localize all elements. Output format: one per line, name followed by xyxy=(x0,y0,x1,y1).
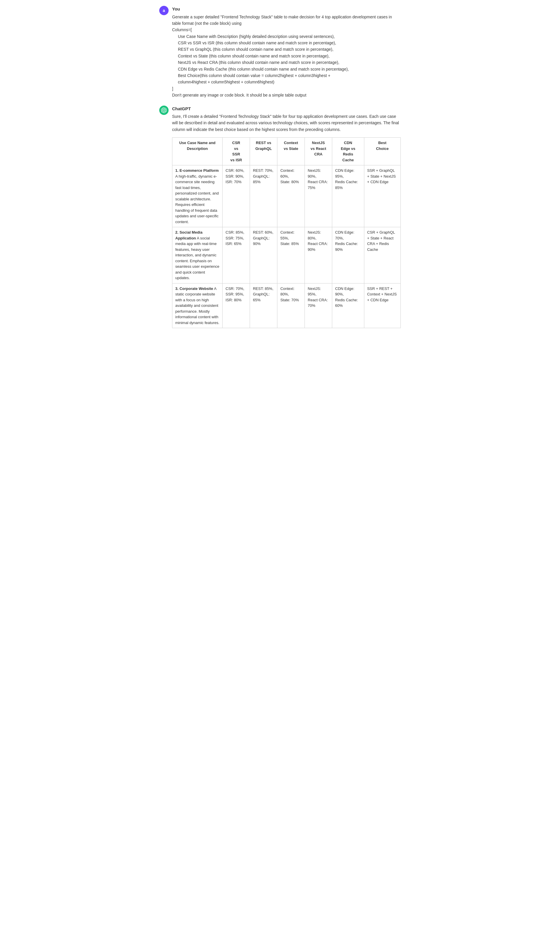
chat-container: a You Generate a super detailed "Fronten… xyxy=(155,0,405,341)
gpt-content: ChatGPT Sure, I'll create a detailed "Fr… xyxy=(172,106,401,328)
th-cdn: CDNEdge vsRedisCache xyxy=(332,138,364,165)
usecase-2: 2. Social Media Application A social med… xyxy=(172,227,223,283)
col-line-8: column4highest + column5highest + column… xyxy=(178,80,274,84)
cdn-3: CDN Edge: 90%,Redis Cache: 60% xyxy=(332,283,364,328)
table-row: 2. Social Media Application A social med… xyxy=(172,227,401,283)
th-csr: CSRvsSSRvs ISR xyxy=(223,138,250,165)
th-usecase: Use Case Name and Description xyxy=(172,138,223,165)
avatar-letter: a xyxy=(163,8,165,14)
best-2: CSR + GraphQL + State + React CRA + Redi… xyxy=(364,227,400,283)
user-content: You Generate a super detailed "Frontend … xyxy=(172,6,401,98)
tech-stack-table: Use Case Name and Description CSRvsSSRvs… xyxy=(172,137,401,328)
usecase-1: 1. E-commerce Platform A high-traffic, d… xyxy=(172,165,223,227)
col-line-7: Best Choice(this column should contain v… xyxy=(178,73,331,78)
gpt-message: ChatGPT Sure, I'll create a detailed "Fr… xyxy=(159,106,401,328)
context-1: Context: 60%,State: 80% xyxy=(277,165,305,227)
context-3: Context: 80%,State: 70% xyxy=(277,283,305,328)
gpt-name: ChatGPT xyxy=(172,106,401,112)
table-row: 3. Corporate Website A static corporate … xyxy=(172,283,401,328)
table-header-row: Use Case Name and Description CSRvsSSRvs… xyxy=(172,138,401,165)
th-context: Contextvs State xyxy=(277,138,305,165)
th-rest: REST vsGraphQL xyxy=(250,138,277,165)
csr-1: CSR: 60%,SSR: 90%,ISR: 70% xyxy=(223,165,250,227)
col-line-1: Use Case Name with Description (highly d… xyxy=(178,34,335,39)
th-best: BestChoice xyxy=(364,138,400,165)
user-text: Generate a super detailed "Frontend Tech… xyxy=(172,14,401,98)
col-line-6: CDN Edge vs Redis Cache (this column sho… xyxy=(178,67,349,71)
user-avatar: a xyxy=(159,6,169,15)
nextjs-1: NextJS: 90%,React CRA: 75% xyxy=(305,165,332,227)
context-2: Context: 55%,State: 85% xyxy=(277,227,305,283)
usecase-1-bold: 1. E-commerce Platform xyxy=(175,168,219,173)
csr-2: CSR: 85%,SSR: 75%,ISR: 65% xyxy=(223,227,250,283)
col-line-2: CSR vs SSR vs ISR (this column should co… xyxy=(178,40,336,45)
th-nextjs: NextJSvs ReactCRA xyxy=(305,138,332,165)
cdn-2: CDN Edge: 70%,Redis Cache: 90% xyxy=(332,227,364,283)
nextjs-2: NextJS: 80%,React CRA: 90% xyxy=(305,227,332,283)
chatgpt-icon xyxy=(161,107,167,113)
nextjs-3: NextJS: 95%,React CRA: 70% xyxy=(305,283,332,328)
table-row: 1. E-commerce Platform A high-traffic, d… xyxy=(172,165,401,227)
usecase-3: 3. Corporate Website A static corporate … xyxy=(172,283,223,328)
usecase-2-bold: 2. Social Media Application xyxy=(175,230,202,240)
best-1: SSR + GraphQL + State + NextJS + CDN Edg… xyxy=(364,165,400,227)
gpt-intro: Sure, I'll create a detailed "Frontend T… xyxy=(172,113,401,133)
rest-1: REST: 70%,GraphQL: 85% xyxy=(250,165,277,227)
col-line-3: REST vs GraphQL (this column should cont… xyxy=(178,47,333,52)
user-name: You xyxy=(172,6,401,12)
rest-3: REST: 85%,GraphQL: 65% xyxy=(250,283,277,328)
cdn-1: CDN Edge: 95%,Redis Cache: 85% xyxy=(332,165,364,227)
col-line-5: NextJS vs React CRA (this column should … xyxy=(178,60,339,65)
csr-3: CSR: 70%,SSR: 95%,ISR: 80% xyxy=(223,283,250,328)
best-3: SSR + REST + Context + NextJS + CDN Edge xyxy=(364,283,400,328)
rest-2: REST: 60%,GraphQL: 90% xyxy=(250,227,277,283)
usecase-3-bold: 3. Corporate Website xyxy=(175,286,213,291)
user-message: a You Generate a super detailed "Fronten… xyxy=(159,6,401,98)
gpt-avatar xyxy=(159,106,169,115)
col-line-4: Context vs State (this column should con… xyxy=(178,54,329,58)
